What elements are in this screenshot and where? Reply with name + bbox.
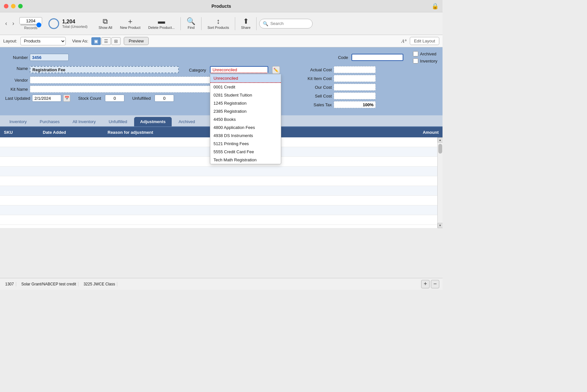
vendor-input[interactable]	[30, 76, 218, 84]
code-label: Code	[335, 55, 348, 60]
code-input[interactable]	[351, 54, 403, 61]
add-row-button[interactable]: +	[421, 280, 430, 288]
table-row[interactable]	[0, 176, 443, 186]
table-row[interactable]	[0, 196, 443, 205]
bottom-cell-3: 3225 JWCE Class	[82, 282, 117, 286]
tab-purchases[interactable]: Purchases	[33, 117, 65, 126]
sales-tax-input[interactable]	[334, 101, 376, 108]
scroll-thumb[interactable]	[438, 144, 442, 154]
new-product-group[interactable]: ＋ New Product	[117, 17, 144, 31]
svg-point-1	[49, 19, 59, 29]
category-option-4938[interactable]: 4938 DS Instruments	[210, 132, 281, 140]
category-option-4800[interactable]: 4800 Application Fees	[210, 123, 281, 132]
calendar-button[interactable]: 📅	[63, 95, 70, 102]
unfulfilled-label: Unfulfilled	[132, 96, 151, 101]
table-row[interactable]	[0, 215, 443, 225]
number-input[interactable]	[30, 54, 69, 61]
show-all-group[interactable]: ⧉ Show All	[95, 17, 115, 31]
vendor-label: Vendor	[5, 78, 28, 83]
category-option-5555[interactable]: 5555 Credit Card Fee	[210, 148, 281, 156]
tab-all-inventory[interactable]: All Inventory	[66, 117, 102, 126]
records-box: Records	[19, 17, 42, 30]
name-input[interactable]	[30, 66, 179, 73]
archived-checkbox[interactable]	[413, 51, 418, 56]
category-option-2385[interactable]: 2385 Registration	[210, 107, 281, 115]
unfulfilled-input[interactable]	[155, 95, 174, 102]
remove-row-button[interactable]: −	[431, 280, 439, 288]
share-group[interactable]: ⬆ Share	[238, 17, 254, 31]
category-option-1245[interactable]: 1245 Registration	[210, 99, 281, 107]
checkbox-group: Archived Inventory	[413, 51, 437, 63]
our-cost-input[interactable]	[334, 84, 376, 91]
kit-item-cost-label: Kit Item Cost	[303, 76, 332, 81]
actual-cost-input[interactable]	[334, 66, 376, 73]
layout-select[interactable]: Products	[20, 37, 66, 45]
category-dropdown[interactable]: Unreconciled 0001 Credit 0281 Student Tu…	[210, 74, 281, 164]
scroll-down-button[interactable]: ▼	[438, 223, 443, 228]
tab-archived[interactable]: Archived	[172, 117, 201, 126]
category-edit-button[interactable]: ✏️	[272, 66, 280, 74]
tab-unfulfilled[interactable]: Unfulfilled	[102, 117, 133, 126]
records-slider[interactable]	[20, 24, 41, 26]
last-updated-label: Last Updated	[5, 96, 30, 101]
category-option-4450[interactable]: 4450 Books	[210, 115, 281, 123]
kit-item-cost-input[interactable]	[334, 75, 376, 82]
form-row-1: Number Code Archived Inventory	[5, 51, 437, 63]
tab-adjustments[interactable]: Adjustments	[134, 117, 172, 126]
category-option-tech[interactable]: Tech Math Registration	[210, 156, 281, 164]
view-table-button[interactable]: ⊞	[111, 37, 121, 45]
toolbar-divider-3	[235, 17, 235, 30]
kit-name-input[interactable]	[30, 86, 218, 93]
sales-tax-label: Sales Tax	[303, 102, 332, 107]
archived-checkbox-row: Archived	[413, 51, 437, 56]
view-form-button[interactable]: ▣	[91, 37, 101, 45]
inventory-checkbox[interactable]	[413, 58, 418, 63]
search-icon: 🔍	[263, 21, 268, 26]
date-input[interactable]	[32, 95, 61, 102]
category-option-5121[interactable]: 5121 Printing Fees	[210, 140, 281, 148]
category-option-unreconciled[interactable]: Unreconciled	[210, 74, 281, 83]
search-box[interactable]: 🔍	[259, 19, 313, 29]
view-list-button[interactable]: ☰	[101, 37, 111, 45]
table-row[interactable]	[0, 205, 443, 215]
nav-back-button[interactable]: ‹	[3, 19, 9, 28]
bottom-cell-2: Solar Grant/NABCEP test credit	[19, 282, 78, 286]
title-bar: Products 🔒	[0, 0, 443, 12]
maximize-button[interactable]	[18, 4, 23, 8]
delete-product-label: Delete Product...	[148, 26, 175, 29]
scroll-up-button[interactable]: ▲	[438, 137, 443, 143]
sell-cost-input[interactable]	[334, 92, 376, 99]
tab-inventory[interactable]: Inventory	[3, 117, 33, 126]
stock-count-input[interactable]	[105, 95, 124, 102]
sort-products-group[interactable]: ↕ Sort Products	[204, 17, 232, 31]
total-number: 1,204	[62, 19, 87, 25]
total-sub: Total (Unsorted)	[62, 25, 87, 29]
table-row[interactable]	[0, 167, 443, 176]
sort-products-icon: ↕	[216, 18, 220, 25]
category-option-0281[interactable]: 0281 Student Tuition	[210, 91, 281, 99]
kit-item-cost-row: Kit Item Cost	[303, 75, 376, 82]
preview-button[interactable]: Preview	[124, 37, 148, 45]
scrollbar[interactable]: ▲ ▼	[437, 137, 443, 228]
sell-cost-label: Sell Cost	[303, 94, 332, 98]
close-button[interactable]	[4, 4, 8, 8]
table-row[interactable]	[0, 186, 443, 196]
view-buttons: ▣ ☰ ⊞	[91, 37, 121, 45]
edit-layout-button[interactable]: Edit Layout	[410, 37, 439, 45]
cost-section: Actual Cost Kit Item Cost Our Cost Sell …	[303, 66, 376, 108]
font-size-icon[interactable]: 𝐴ᵃ	[401, 38, 407, 44]
toolbar: ‹ › Records 1,204 Total (Unsorted) ⧉ Sho…	[0, 12, 443, 35]
find-group[interactable]: 🔍 Find	[183, 17, 199, 31]
category-input[interactable]	[210, 66, 268, 73]
show-all-label: Show All	[98, 26, 112, 29]
records-label: Records	[24, 26, 38, 30]
category-wrap: Unreconciled 0001 Credit 0281 Student Tu…	[210, 66, 268, 73]
category-option-0001[interactable]: 0001 Credit	[210, 83, 281, 91]
nav-forward-button[interactable]: ›	[10, 19, 16, 28]
number-label: Number	[5, 55, 28, 60]
window-controls[interactable]	[4, 4, 23, 8]
search-input[interactable]	[270, 21, 309, 26]
sort-products-label: Sort Products	[207, 26, 229, 29]
minimize-button[interactable]	[11, 4, 16, 8]
delete-product-group[interactable]: ▬ Delete Product...	[145, 17, 178, 31]
